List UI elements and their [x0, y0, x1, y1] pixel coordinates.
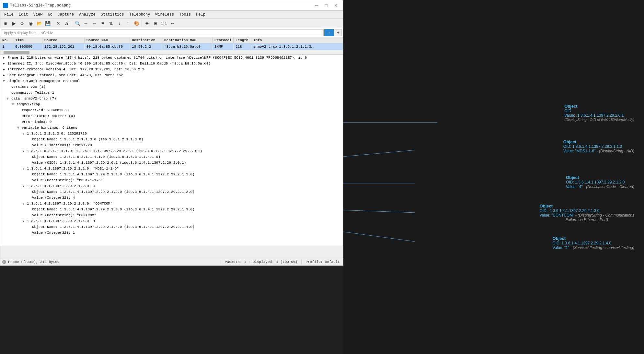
detail-vb3[interactable]: ∨ 1.3.6.1.4.1.1397.2.29.2.1.1.0: "MDS1-1… — [0, 166, 343, 171]
detail-vb4-name: Object Name: 1.3.6.1.4.1.1397.2.29.2.1.2… — [0, 189, 343, 195]
detail-udp[interactable]: ▶ User Datagram Protocol, Src Port: 4457… — [0, 72, 343, 78]
tb-capture[interactable]: ◉ — [27, 19, 35, 27]
detail-vb3-value: Value (OctetString): "MDS1-1-1-6" — [0, 177, 343, 183]
minimize-button[interactable]: ─ — [312, 2, 321, 9]
tb-colorize[interactable]: 🎨 — [132, 19, 140, 27]
maximize-button[interactable]: □ — [322, 2, 331, 9]
ann1-title: Object — [564, 104, 634, 109]
tb-up[interactable]: ↑ — [124, 19, 132, 27]
expand-icon: ∨ — [17, 126, 22, 130]
expand-icon: ∨ — [12, 102, 17, 106]
packet-row[interactable]: 1 0.000000 172.28.152.201 00:18:0a:85:cb… — [0, 43, 343, 50]
detail-request-id-text: request-id: 2089323858 — [22, 108, 69, 112]
tb-zoom-100[interactable]: 1:1 — [160, 19, 168, 27]
tb-play[interactable]: ▶ — [10, 19, 18, 27]
menu-tools[interactable]: Tools — [177, 12, 193, 18]
filter-input[interactable] — [2, 29, 324, 36]
window-title: Tellabs-Single-Trap.pcapng — [10, 3, 312, 8]
horizontal-scrollbar[interactable] — [0, 50, 343, 55]
detail-vb5[interactable]: ∨ 1.3.6.1.4.1.1397.2.29.2.1.3.0: "CONTCO… — [0, 201, 343, 206]
packet-source-mac: 00:18:0a:85:cb:f0 — [85, 43, 130, 50]
detail-vb2-name: Object Name: 1.3.6.1.6.3.1.1.4.1.0 (iso.… — [0, 154, 343, 160]
menu-help[interactable]: Help — [193, 12, 208, 18]
detail-vb4-text: 1.3.6.1.4.1.1397.2.29.2.1.2.0: 4 — [27, 184, 95, 188]
filter-apply-button[interactable]: → — [324, 29, 334, 36]
status-profile: Profile: Default — [301, 260, 344, 264]
menu-statistics[interactable]: Statistics — [98, 12, 127, 18]
tb-zoom-out[interactable]: ⊖ — [143, 19, 151, 27]
annotation-block-4: Object OID: .1.3.6.1.4.1.1397.2.29.2.1.3… — [540, 204, 634, 222]
tb-resize[interactable]: ↔ — [168, 19, 176, 27]
detail-vb5-name-text: Object Name: 1.3.6.1.4.1.1397.2.29.2.1.3… — [32, 207, 195, 211]
detail-vb6-text: 1.3.6.1.4.1.1397.2.29.2.1.4.0: 1 — [27, 219, 95, 223]
menu-go[interactable]: Go — [45, 12, 55, 18]
detail-varbindings[interactable]: ∨ variable-bindings: 6 items — [0, 125, 343, 131]
ann4-title: Object — [540, 204, 634, 208]
detail-snmp[interactable]: ∨ Simple Network Management Protocol — [0, 78, 343, 84]
tb-close[interactable]: ✕ — [54, 19, 62, 27]
detail-vb4-name-text: Object Name: 1.3.6.1.4.1.1397.2.29.2.1.2… — [32, 190, 195, 194]
tb-back[interactable]: ← — [82, 19, 90, 27]
detail-vb6[interactable]: ∨ 1.3.6.1.4.1.1397.2.29.2.1.4.0: 1 — [0, 218, 343, 224]
detail-ethernet-text: Ethernet II, Src: CiscoMer_85:cb:f0 (00:… — [7, 62, 211, 65]
close-button[interactable]: ✕ — [331, 2, 340, 9]
menu-capture[interactable]: Capture — [55, 12, 76, 18]
col-header-info: Info — [251, 37, 343, 43]
tb-autoscroll[interactable]: ≡ — [99, 19, 107, 27]
expand-icon: ∨ — [22, 149, 27, 153]
svg-line-1 — [343, 150, 415, 157]
packet-protocol: SNMP — [213, 43, 234, 50]
menu-bar: File Edit View Go Capture Analyze Statis… — [0, 11, 343, 18]
title-bar: Tellabs-Single-Trap.pcapng ─ □ ✕ — [0, 0, 343, 11]
packet-no: 1 — [0, 43, 13, 50]
menu-view[interactable]: View — [31, 12, 45, 18]
detail-ip[interactable]: ▶ Internet Protocol Version 4, Src: 172.… — [0, 66, 343, 72]
col-header-length: Length — [234, 37, 251, 43]
status-frame-info: Frame (frame), 218 bytes — [8, 260, 59, 264]
detail-vb1[interactable]: ∨ 1.3.6.1.2.1.1.3.0: 120291720 — [0, 131, 343, 136]
menu-file[interactable]: File — [2, 12, 16, 18]
detail-error-index: error-index: 0 — [0, 119, 343, 125]
detail-vb6-name: Object Name: 1.3.6.1.4.1.1397.2.29.2.1.4… — [0, 224, 343, 230]
detail-version-text: version: v2c (1) — [11, 85, 46, 89]
ann2-value: Value: "MDS1-1-6" - (DisplayString - AID… — [563, 149, 634, 153]
detail-frame[interactable]: ▶ Frame 1: 218 bytes on wire (1744 bits)… — [0, 55, 343, 61]
ann1-value: Value: .1.3.6.1.4.1.1397.2.29.2.0.1 — [564, 113, 634, 118]
detail-vb2-value-text: Value (OID): 1.3.6.1.4.1.1397.2.29.2.0.1… — [32, 161, 186, 165]
expand-icon: ▶ — [3, 62, 7, 65]
detail-vb2-value: Value (OID): 1.3.6.1.4.1.1397.2.29.2.0.1… — [0, 160, 343, 166]
toolbar: ■ ▶ ⟳ ◉ 📂 💾 ✕ 🖨 🔍 ← → ≡ ⇅ ↓ ↑ 🎨 ⊖ ⊕ 1:1 … — [0, 18, 343, 28]
detail-data[interactable]: ∨ data: snmpV2-trap (7) — [0, 96, 343, 101]
tb-open[interactable]: 📂 — [35, 19, 43, 27]
tb-sort[interactable]: ⇅ — [107, 19, 115, 27]
ann5-oid: OID: 1.3.6.1.4.1.1397.2.29.2.1.4.0 — [553, 241, 634, 245]
detail-vb5-value: Value (OctetString): "CONTCOM" — [0, 212, 343, 218]
detail-error-status-text: error-status: noError (0) — [22, 114, 75, 118]
tb-find[interactable]: 🔍 — [74, 19, 81, 27]
detail-snmpv2trap[interactable]: ∨ snmpV2-trap — [0, 101, 343, 107]
filter-add-button[interactable]: + — [335, 29, 342, 36]
menu-edit[interactable]: Edit — [16, 12, 31, 18]
detail-vb1-value: Value (Timeticks): 120291720 — [0, 142, 343, 148]
tb-down[interactable]: ↓ — [116, 19, 123, 27]
tb-save[interactable]: 💾 — [44, 19, 52, 27]
status-indicator — [2, 260, 6, 264]
detail-ethernet[interactable]: ▶ Ethernet II, Src: CiscoMer_85:cb:f0 (0… — [0, 61, 343, 66]
tb-stop[interactable]: ■ — [2, 19, 9, 27]
detail-vb6-name-text: Object Name: 1.3.6.1.4.1.1397.2.29.2.1.4… — [32, 225, 195, 229]
menu-analyze[interactable]: Analyze — [76, 12, 98, 18]
detail-vb2[interactable]: ∨ 1.3.6.1.6.3.1.1.4.1.0: 1.3.6.1.4.1.139… — [0, 148, 343, 154]
menu-telephony[interactable]: Telephony — [127, 12, 153, 18]
detail-community-text: community: Tellabs-1 — [11, 91, 54, 95]
menu-wireless[interactable]: Wireless — [153, 12, 177, 18]
scrollbar-thumb[interactable] — [4, 51, 29, 54]
ann3-value: Value: "4" - (NotificationCode - Cleared… — [566, 184, 634, 189]
tb-restart[interactable]: ⟳ — [18, 19, 26, 27]
detail-vb4[interactable]: ∨ 1.3.6.1.4.1.1397.2.29.2.1.2.0: 4 — [0, 183, 343, 189]
annotation-block-2: Object OID: 1.3.6.1.4.1.1397.2.29.2.1.1.… — [563, 139, 634, 153]
ann1-oid-label: OID — [564, 109, 634, 113]
tb-forward[interactable]: → — [90, 19, 98, 27]
tb-print[interactable]: 🖨 — [63, 19, 71, 27]
annotations-panel: Object OID Value: .1.3.6.1.4.1.1397.2.29… — [343, 0, 644, 354]
tb-zoom-in[interactable]: ⊕ — [152, 19, 159, 27]
